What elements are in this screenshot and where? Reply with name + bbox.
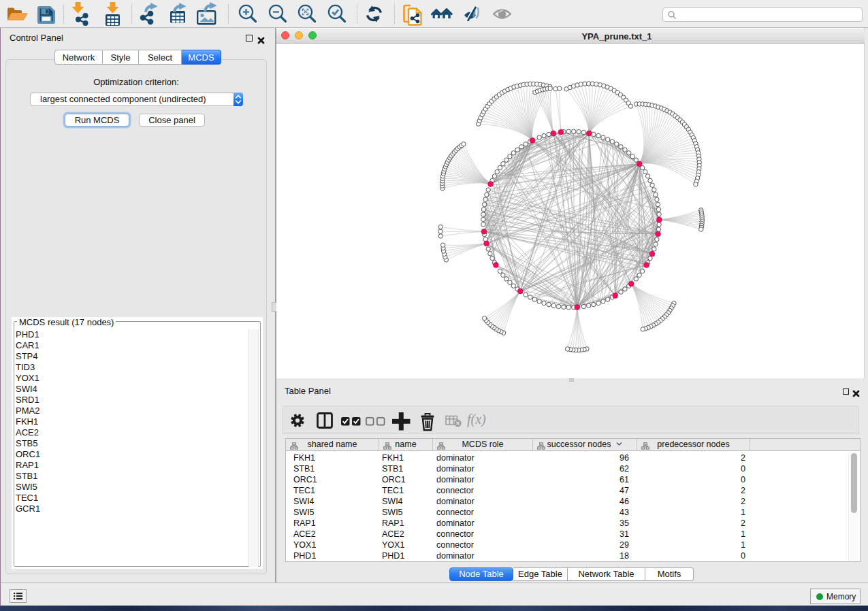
svg-text:f(x): f(x) bbox=[467, 412, 486, 427]
